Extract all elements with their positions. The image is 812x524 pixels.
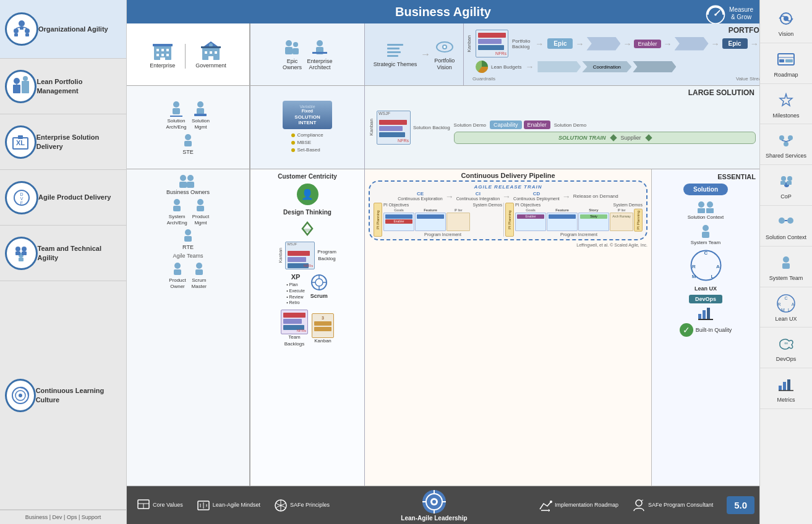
svg-point-73 xyxy=(187,175,194,181)
ls-enabler-badge: Enabler xyxy=(524,120,550,129)
st-icon xyxy=(775,251,797,274)
cdp-steps-row: CE Continuous Exploration → CI Continuou… xyxy=(374,191,643,201)
product-mgmt-label: ProductMgmt xyxy=(192,214,210,226)
right-lean-ux-item[interactable]: C A L M R Lean UX xyxy=(760,287,812,328)
check-icon: ✓ xyxy=(680,323,693,337)
right-vision-item[interactable]: Vision xyxy=(760,2,812,43)
svg-point-145 xyxy=(787,218,793,224)
svg-point-31 xyxy=(714,14,717,16)
lean-ux-label: Lean UX xyxy=(694,285,717,292)
svg-rect-94 xyxy=(706,208,714,213)
svg-text:V: V xyxy=(20,196,24,201)
cdp-step-rod: Release on Demand xyxy=(573,193,618,200)
rte-row: RTE xyxy=(130,228,246,250)
portfolio-label: PORTFOLIO xyxy=(729,26,759,35)
svg-point-0 xyxy=(19,20,25,27)
left-sidebar: Organizational Agility Lean Portfolio Ma… xyxy=(0,0,127,524)
svg-point-21 xyxy=(22,247,27,251)
coordination-label: Coordination xyxy=(582,61,631,72)
safe-program-consultant-item[interactable]: SAFe Program Consultant xyxy=(627,496,718,515)
team-backlogs-label: Team Backlogs xyxy=(284,334,304,347)
solution-demo-row: Solution Demo Capability Enabler Solutio… xyxy=(454,120,756,129)
safe-principles-item[interactable]: SAFe Principles xyxy=(269,496,335,515)
art-label: AGILE RELEASE TRAIN xyxy=(374,184,643,190)
svg-marker-133 xyxy=(780,94,792,106)
art-container: AGILE RELEASE TRAIN CE Continuous Explor… xyxy=(369,180,647,240)
svg-rect-44 xyxy=(210,51,212,54)
speedometer-icon xyxy=(704,2,727,25)
ls-nfrs-label: NFRs xyxy=(398,138,409,143)
iter-box-5: Story xyxy=(578,213,609,231)
sys-demo-2: System Demos xyxy=(613,203,643,207)
svg-text:C: C xyxy=(704,250,707,256)
sidebar-item-lean-portfolio[interactable]: Lean Portfolio Management xyxy=(0,59,126,114)
iter-5: Story Story xyxy=(578,208,609,231)
svg-rect-78 xyxy=(197,206,204,211)
government-building-icon xyxy=(200,40,222,62)
svg-rect-46 xyxy=(208,56,213,60)
svg-rect-23 xyxy=(15,251,20,255)
right-cop-item[interactable]: CoP xyxy=(760,165,812,206)
svg-rect-72 xyxy=(179,182,187,188)
lean-ux-icon: C A L M R xyxy=(689,248,723,282)
pi-2-label: Program Increment xyxy=(515,232,643,237)
right-system-team-item[interactable]: System Team xyxy=(760,247,812,287)
sidebar-item-agile-product[interactable]: D V F Agile Product Delivery xyxy=(0,170,126,226)
svg-text:A: A xyxy=(716,264,720,269)
enabler-bar-1: Enabler xyxy=(385,219,412,224)
system-arch-role: SystemArch/Eng xyxy=(167,198,187,226)
cdp-step-cd: CD Continuous Deployment xyxy=(513,191,560,201)
epic-owners-icon xyxy=(282,38,302,58)
enterprise-gov-area: Enterprise xyxy=(127,23,250,85)
fixed-label: Fixed xyxy=(288,109,327,113)
epic-owners-role: EpicOwners xyxy=(282,38,302,70)
guardrails-label: Guardrails xyxy=(472,76,495,82)
feature-bar-2 xyxy=(417,214,444,219)
right-devops-item[interactable]: ∞ DevOps xyxy=(760,328,812,368)
business-owners-icon xyxy=(176,173,200,189)
svg-rect-38 xyxy=(166,54,169,56)
sidebar-item-enterprise[interactable]: XL Enterprise Solution Delivery xyxy=(0,114,126,170)
implementation-roadmap-item[interactable]: Implementation Roadmap xyxy=(534,496,623,515)
svg-rect-132 xyxy=(785,59,793,62)
agile-product-icon: D V F xyxy=(5,181,38,214)
pi-planning-2: PI Planning xyxy=(505,203,514,237)
vision-icon xyxy=(775,7,797,30)
svg-point-140 xyxy=(787,176,792,181)
core-values-item[interactable]: Core Values xyxy=(132,496,188,515)
pi-1-label: Program Increment xyxy=(383,232,502,237)
right-milestones-item[interactable]: Milestones xyxy=(760,84,812,125)
sidebar-item-org-agility[interactable]: Organizational Agility xyxy=(0,0,126,59)
iter-box-3: Enabler xyxy=(515,213,546,231)
right-metrics-item[interactable]: Metrics xyxy=(760,368,812,409)
right-roadmap-item[interactable]: Roadmap xyxy=(760,43,812,84)
sidebar-item-continuous-learning[interactable]: Continuous Learning Culture xyxy=(0,281,126,510)
pi-obj-2: PI Objectives xyxy=(515,203,541,207)
iter-box-4 xyxy=(547,213,578,231)
lean-agile-mindset-item[interactable]: Lean-Agile Mindset xyxy=(192,496,265,515)
right-solution-context-item[interactable]: Solution Context xyxy=(760,206,812,247)
program-backlog-label: Program Backlog xyxy=(317,249,336,262)
metrics-rs-label: Metrics xyxy=(777,397,795,404)
svg-text:R: R xyxy=(777,302,780,306)
epic-badge-2: Epic xyxy=(722,38,748,49)
svg-rect-58 xyxy=(387,55,398,57)
sc-icon xyxy=(775,211,797,233)
sidebar-item-team-technical[interactable]: Team and Technical Agility xyxy=(0,226,126,281)
right-shared-services-item[interactable]: Shared Services xyxy=(760,124,812,165)
coordination-chevron-2 xyxy=(675,37,709,51)
pi-iterations-area: PI Planning PI Objectives System Demos G… xyxy=(374,203,643,237)
svg-point-77 xyxy=(197,199,203,205)
capability-badge: Capability xyxy=(490,120,522,129)
svg-point-119 xyxy=(432,500,436,504)
portfolio-backlog-label: Portfolio Backlog xyxy=(512,38,531,49)
safe-program-consultant-icon xyxy=(632,499,646,512)
pi-1-content: PI Objectives System Demos Goals Enabler xyxy=(383,203,502,237)
solution-context-label: Solution Context xyxy=(688,214,724,221)
strategic-themes-item: Strategic Themes xyxy=(374,41,417,68)
solution-train-area: Solution Demo Capability Enabler Solutio… xyxy=(454,90,756,165)
ls-kanban-label: Kanban xyxy=(369,119,374,136)
solution-context-icon xyxy=(696,198,715,213)
ce-label: Continuous Exploration xyxy=(398,196,442,201)
main-header: Business Agility Measure & Grow xyxy=(127,0,759,23)
